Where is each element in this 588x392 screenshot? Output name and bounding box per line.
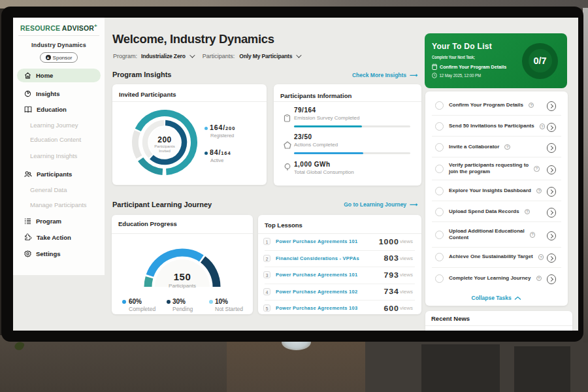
- svg-text:Participants: Participants: [154, 144, 174, 148]
- svg-text:Invited: Invited: [159, 148, 171, 152]
- svg-text:200: 200: [157, 135, 172, 144]
